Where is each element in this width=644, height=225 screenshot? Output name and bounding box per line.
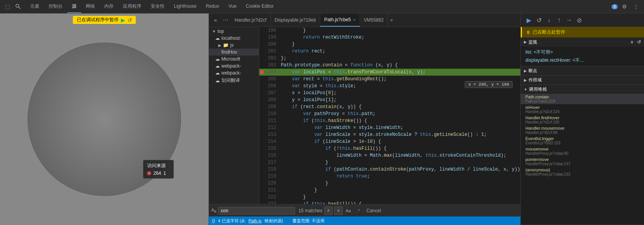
scope-header[interactable]: ▶ 作用域 [521, 76, 644, 85]
displayable-tab-label: Displayable.js?19eb [275, 17, 316, 23]
status-coverage: 覆盖范围: 不适用 [292, 218, 325, 224]
search-prev-button[interactable]: ∧ [324, 206, 333, 215]
tab-redux[interactable]: Redux [201, 0, 224, 13]
watch-header[interactable]: ▶ 监视 + ↺ [521, 37, 644, 47]
tab-application[interactable]: 应用程序 [118, 0, 146, 13]
debug-step-out-button[interactable]: ↑ [554, 15, 564, 25]
search-input[interactable] [218, 207, 295, 215]
arrow-icon: ▼ [212, 29, 216, 34]
callstack-label: 调用堆栈 [529, 86, 547, 92]
breakpoints-header[interactable]: ▶ 断点 [521, 66, 644, 75]
tab-sources[interactable]: 源 [67, 0, 81, 13]
fn-loc-7: HandlerProxy.js?cdaa:192 [525, 172, 639, 176]
search-cancel-button[interactable]: Cancel [364, 207, 383, 214]
svg-point-0 [16, 4, 19, 7]
bp-arrow-icon: ▶ [524, 69, 527, 73]
linenum-207: 207 [265, 90, 279, 96]
customize-icon[interactable]: ⋮ [631, 2, 641, 12]
scope-section: ▶ 作用域 [521, 76, 644, 85]
marker-210 [259, 110, 265, 117]
marker-218 [259, 166, 265, 173]
close-path-tab[interactable]: ✕ [353, 18, 356, 22]
cursor-icon[interactable]: ⬚ [2, 2, 12, 12]
linecontent-209: if (rect.contain(x, y)) { [279, 103, 520, 110]
code-editor[interactable]: x = 295, y = 196 198 } 199 return rectWi… [259, 27, 520, 204]
debug-step-into-button[interactable]: ↓ [544, 15, 554, 25]
call-item-6[interactable]: pointermove HandlerProxy.js?cdaa:147 [521, 156, 644, 167]
code-line-212: 212 var lineWidth = style.lineWidth; [259, 124, 520, 131]
tab-path[interactable]: Path.js?cbe5 ✕ [320, 14, 360, 27]
status-file[interactable]: Path.js [248, 218, 262, 223]
fn-loc-5: HandlerProxy.js?cdaa:90 [525, 151, 639, 156]
tree-microsoft[interactable]: ☁ Microsoft [209, 56, 259, 63]
linenum-199: 199 [265, 34, 279, 41]
tab-security[interactable]: 安全性 [146, 0, 169, 13]
linenum-203: 203 [265, 62, 279, 69]
linenum-222: 222 [265, 194, 279, 201]
linecontent-206: var style = this.style; [279, 83, 520, 90]
tab-displayable[interactable]: Displayable.js?19eb [271, 14, 320, 27]
tree-localhost[interactable]: ☁ localhost: [209, 35, 259, 42]
tab-cookie-editor[interactable]: Cookie Editor [241, 0, 278, 13]
tab-more-btn[interactable]: ⋯ [221, 15, 231, 25]
file-tree: ▼ top ☁ localhost: ▶ 📁 js findHov ☁ M [209, 27, 259, 204]
code-line-203: 203 Path.prototype.contain = function (x… [259, 62, 520, 69]
watch-add-button[interactable]: + [630, 39, 634, 45]
callstack-header[interactable]: ▼ 调用堆栈 [521, 85, 644, 94]
tab-console[interactable]: 控制台 [44, 0, 67, 13]
marker-212 [259, 124, 265, 131]
code-line-209: 209 if (rect.contain(x, y)) { [259, 103, 520, 110]
regex-toggle[interactable]: .* [354, 206, 363, 215]
call-item-7[interactable]: (anonymous) HandlerProxy.js?cdaa:192 [521, 167, 644, 177]
call-item-4[interactable]: Eventful.trigger Eventful.js?6fd3:103 [521, 135, 644, 146]
callstack-list: Path.contain Path.js?cbe5:204 isHover Ha… [521, 94, 644, 225]
linecontent-205: var rect = this.getBoundingRect(); [279, 76, 520, 83]
call-item-3[interactable]: Handler.mousemove Handler.js?d2cf:89 [521, 125, 644, 135]
marker-214 [259, 138, 265, 145]
inspect-icon[interactable] [13, 2, 23, 12]
breakpoints-section: ▶ 断点 [521, 66, 644, 76]
step-over-button[interactable]: ↺ [127, 17, 132, 23]
marker-205 [259, 76, 265, 83]
status-bar: {} 4 已选字符 (从 Path.js 映射的源) 覆盖范围: 不适用 [209, 217, 520, 225]
code-line-214: 214 if (lineScale > 1e-10) { [259, 138, 520, 145]
tree-webpack-1[interactable]: ☁ webpack- [209, 63, 259, 69]
tab-memory[interactable]: 内存 [100, 0, 118, 13]
call-item-2[interactable]: Handler.findHover Handler.js?d2cf:165 [521, 115, 644, 125]
resume-button[interactable]: ▶ [121, 17, 125, 23]
debug-step-over-button[interactable]: ↺ [534, 15, 544, 25]
linenum-198: 198 [265, 27, 279, 34]
search-next-button[interactable]: ∨ [334, 206, 343, 215]
marker-200 [259, 41, 265, 48]
call-item-5[interactable]: mousemove HandlerProxy.js?cdaa:90 [521, 146, 644, 156]
pause-icon: ⏸ [526, 30, 530, 35]
linecontent-221: } [279, 187, 520, 194]
code-line-221: 221 } [259, 187, 520, 194]
match-case-toggle[interactable]: Aa [344, 206, 353, 215]
tree-webpack-2[interactable]: ☁ webpack- [209, 69, 259, 76]
tab-expand-left[interactable]: « [211, 15, 221, 25]
debug-deactivate-button[interactable]: ⊘ [574, 15, 584, 25]
tab-handler[interactable]: Handler.js?d2cf [231, 14, 271, 27]
tab-vm[interactable]: VM55882 [360, 14, 388, 27]
tree-top[interactable]: ▼ top [209, 28, 259, 35]
debug-step-button[interactable]: → [564, 15, 574, 25]
call-item-1[interactable]: isHover Handler.js?d2cf:224 [521, 104, 644, 115]
debug-resume-button[interactable]: ▶ [524, 15, 534, 25]
cs-arrow-icon: ▼ [524, 88, 527, 91]
scope-label: 作用域 [528, 77, 542, 83]
linenum-208: 208 [265, 96, 279, 103]
tree-translate[interactable]: ☁ 划词翻译 [209, 76, 259, 85]
format-icon[interactable]: {} [212, 218, 215, 223]
tab-overflow[interactable]: » [388, 17, 395, 23]
tab-vue[interactable]: Vue [224, 0, 241, 13]
watch-section: ▶ 监视 + ↺ list: <不可用> displayable.rectHov… [521, 37, 644, 66]
tab-elements[interactable]: 元素 [25, 0, 44, 13]
tab-network[interactable]: 网络 [81, 0, 100, 13]
settings-icon[interactable]: ⚙ [619, 2, 629, 12]
call-item-0[interactable]: Path.contain Path.js?cbe5:204 [521, 94, 644, 104]
tree-js-folder[interactable]: ▶ 📁 js [209, 42, 259, 49]
tree-findhov[interactable]: findHov [209, 49, 259, 56]
tab-lighthouse[interactable]: Lighthouse [169, 0, 201, 13]
watch-refresh-button[interactable]: ↺ [637, 39, 641, 45]
